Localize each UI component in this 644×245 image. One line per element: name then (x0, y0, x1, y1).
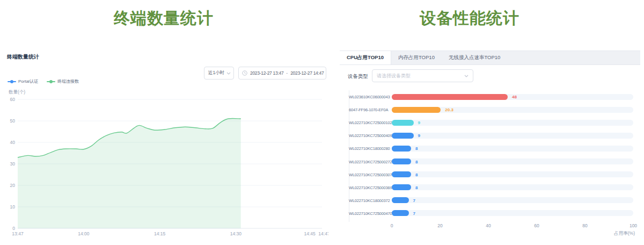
x-tick-label: 14:30 (230, 231, 242, 236)
bar-fill (392, 107, 441, 113)
bar-chart-x-axis-label: 占用率(%) (349, 230, 635, 237)
bar-row: WL022710KC7250001029 (349, 116, 640, 129)
device-name-label: WL022710KC725000470 (349, 211, 388, 216)
bar-x-tick-label: 60 (534, 223, 539, 228)
legend-item[interactable]: Portal认证 (8, 78, 38, 84)
cpu-top10-bar-chart: 占用率(%) WL023610KC06000043486047-FF96-107… (349, 90, 640, 245)
bar-x-tick-label: 40 (486, 223, 491, 228)
date-range-picker[interactable]: 2023-12-27 13:47 - 2023-12-27 14:47 (238, 67, 326, 80)
y-tick-label: 20 (10, 183, 16, 188)
bar-track (392, 146, 633, 152)
bar-row: WL022710KC7250003078 (349, 168, 640, 181)
terminal-line-chart: 数量(个)010203040506013:4714:0014:1514:3014… (0, 86, 328, 245)
legend-marker-icon (8, 81, 16, 82)
bar-row: WL022710KC7250004099 (349, 129, 640, 142)
device-name-label: WL022710KC725000369 (349, 185, 388, 190)
series-area (18, 119, 241, 228)
bar-fill (392, 133, 414, 139)
bar-x-tick-label: 100 (630, 223, 637, 228)
y-tick-label: 60 (10, 97, 16, 102)
device-type-label: 设备类型 (348, 73, 368, 80)
date-separator: - (286, 70, 288, 76)
device-section-heading: 设备性能统计 (330, 8, 609, 30)
performance-tabs: CPU占用TOP10内存占用TOP10无线接入点速率TOP10 (340, 51, 640, 65)
bar-value-label: 9 (418, 133, 420, 138)
bar-x-tick-label: 20 (437, 223, 442, 228)
bar-fill (392, 120, 414, 126)
device-type-placeholder: 请选择设备类型 (377, 73, 411, 80)
chevron-down-icon (226, 72, 231, 75)
bar-fill (392, 94, 508, 100)
bar-value-label: 8 (415, 185, 418, 190)
device-name-label: WL022710KC18000372 (349, 198, 388, 203)
bar-value-label: 9 (418, 120, 420, 125)
bar-row: WL023610KC0600004348 (349, 90, 640, 103)
bar-fill (392, 171, 411, 177)
tab-active[interactable]: CPU占用TOP10 (340, 51, 391, 64)
bar-track (392, 184, 633, 190)
device-name-label: WL022710KC725000272 (349, 160, 388, 164)
bar-track (392, 120, 633, 126)
bar-row: WL022710KC7250003698 (349, 181, 640, 194)
x-tick-label: 13:47 (12, 231, 24, 236)
tab-inactive[interactable]: 内存占用TOP10 (391, 51, 442, 64)
bar-fill (392, 210, 409, 216)
bar-row: WL022710KC180003727 (349, 194, 640, 207)
device-name-label: WL023610KC06000043 (349, 95, 388, 99)
bar-row: 6047-FF96-1070-EF0A20.3 (349, 103, 640, 116)
legend-label: 终端连接数 (57, 78, 79, 84)
bar-x-tick-label: 0 (391, 223, 393, 228)
time-range-value: 近1小时 (208, 70, 224, 76)
bar-value-label: 20.3 (445, 107, 453, 112)
terminal-section-heading: 终端数量统计 (0, 8, 327, 30)
bar-row: WL022710KC7250002728 (349, 155, 640, 168)
bar-track (392, 158, 633, 164)
time-range-select[interactable]: 近1小时 (204, 67, 234, 80)
y-tick-label: 30 (10, 161, 16, 167)
device-type-select[interactable]: 请选择设备类型 (372, 69, 473, 82)
bar-value-label: 8 (415, 172, 418, 177)
terminal-panel-title: 终端数量统计 (7, 53, 39, 61)
legend-marker-icon (47, 81, 55, 82)
x-tick-label: 14:45 (304, 231, 316, 236)
bar-value-label: 7 (413, 198, 415, 203)
y-tick-label: 10 (10, 204, 16, 210)
bar-fill (392, 158, 411, 164)
bar-x-tick-label: 80 (582, 223, 587, 228)
bar-track (392, 171, 633, 177)
date-start: 2023-12-27 13:47 (250, 70, 283, 76)
bar-fill (392, 184, 411, 190)
bar-track (392, 107, 633, 113)
device-name-label: WL022710KC725000307 (349, 172, 388, 177)
y-axis-title: 数量(个) (9, 89, 25, 95)
x-tick-label: 14:15 (154, 231, 166, 236)
y-tick-label: 50 (10, 118, 16, 124)
device-name-label: 6047-FF96-1070-EF0A (349, 107, 388, 112)
bar-row: WL022710KC7250004707 (349, 207, 640, 220)
date-end: 2023-12-27 14:47 (290, 70, 324, 76)
bar-track (392, 133, 633, 139)
tab-inactive[interactable]: 无线接入点速率TOP10 (442, 51, 507, 64)
bar-row: WL022710KC180002808 (349, 142, 640, 155)
y-tick-label: 0 (12, 226, 15, 231)
bar-value-label: 8 (415, 146, 418, 151)
bar-value-label: 8 (415, 160, 418, 164)
clock-icon (242, 70, 247, 76)
bar-fill (392, 146, 411, 152)
legend-label: Portal认证 (18, 78, 38, 84)
x-tick-label: 14:47 (318, 231, 328, 236)
bar-value-label: 7 (413, 211, 415, 216)
bar-track (392, 197, 633, 203)
chart-legend: Portal认证终端连接数 (8, 78, 79, 84)
device-name-label: WL022710KC725000102 (349, 120, 388, 125)
bar-track (392, 210, 633, 216)
device-name-label: WL022710KC725000409 (349, 133, 388, 138)
device-name-label: WL022710KC18000280 (349, 146, 388, 151)
legend-item[interactable]: 终端连接数 (47, 78, 79, 84)
bar-value-label: 48 (512, 95, 517, 99)
bar-fill (392, 197, 409, 203)
y-tick-label: 40 (10, 140, 16, 145)
chevron-down-icon (464, 75, 469, 77)
x-tick-label: 14:00 (78, 231, 90, 236)
